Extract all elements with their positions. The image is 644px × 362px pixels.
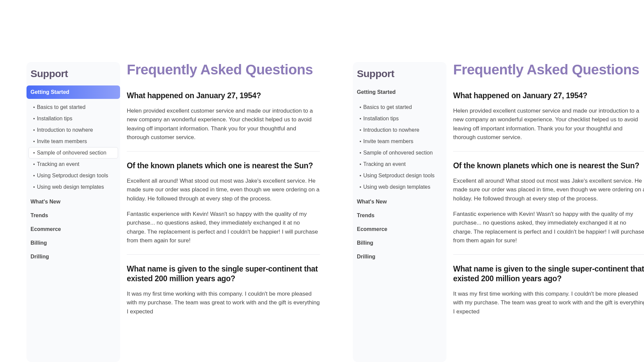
sub-label: Tracking an event xyxy=(37,161,79,167)
sidebar-sub-webdesign[interactable]: •Using web design templates xyxy=(353,181,446,193)
faq-item: Of the known planets which one is neares… xyxy=(127,161,320,255)
bullet-icon: • xyxy=(360,150,361,156)
sidebar-sub-tracking[interactable]: •Tracking an event xyxy=(26,159,120,170)
sub-label: Using web design templates xyxy=(363,184,430,190)
sidebar-section-whatsnew[interactable]: What's New xyxy=(26,195,120,208)
sub-label: Sample of onhovered section xyxy=(37,150,106,156)
sidebar-section-billing[interactable]: Billing xyxy=(26,236,120,250)
faq-main-left: Frequently Asked Questions What happened… xyxy=(127,62,320,362)
faq-question: What happened on January 27, 1954? xyxy=(453,91,644,101)
sub-label: Invite team members xyxy=(37,138,87,144)
sub-label: Using Setproduct design tools xyxy=(363,173,435,179)
bullet-icon: • xyxy=(360,184,361,190)
bullet-icon: • xyxy=(33,105,35,110)
faq-answer-paragraph: Helen provided excellent customer servic… xyxy=(127,107,320,142)
faq-item: What name is given to the single super-c… xyxy=(127,264,320,325)
sub-label: Sample of onhovered section xyxy=(363,150,433,156)
faq-answer-paragraph: It was my first time working with this c… xyxy=(453,290,644,316)
bullet-icon: • xyxy=(360,173,361,178)
sidebar-title: Support xyxy=(353,62,446,85)
sidebar-section-trends[interactable]: Trends xyxy=(353,209,446,222)
support-sidebar-left: Support Getting Started •Basics to get s… xyxy=(26,62,120,362)
sidebar-sublist: •Basics to get started •Installation tip… xyxy=(26,99,120,195)
faq-item: Of the known planets which one is neares… xyxy=(453,161,644,255)
bullet-icon: • xyxy=(360,127,361,133)
faq-answer-paragraph: Helen provided excellent customer servic… xyxy=(453,107,644,142)
support-sidebar-right: Support Getting Started •Basics to get s… xyxy=(353,62,446,362)
sidebar-section-getting-started[interactable]: Getting Started xyxy=(26,85,120,99)
sidebar-section-trends[interactable]: Trends xyxy=(26,209,120,222)
faq-answer: Helen provided excellent customer servic… xyxy=(127,107,320,142)
faq-item: What happened on January 27, 1954? Helen… xyxy=(127,91,320,152)
sub-label: Introduction to nowhere xyxy=(37,127,93,133)
sidebar-section-drilling[interactable]: Drilling xyxy=(26,250,120,263)
sidebar-sub-tracking[interactable]: •Tracking an event xyxy=(353,159,446,170)
faq-answer: Excellent all around! What stood out mos… xyxy=(453,177,644,245)
faq-question: Of the known planets which one is neares… xyxy=(453,161,644,171)
faq-answer: Helen provided excellent customer servic… xyxy=(453,107,644,142)
sub-label: Basics to get started xyxy=(363,104,412,110)
sub-label: Introduction to nowhere xyxy=(363,127,419,133)
sidebar-sub-basics[interactable]: •Basics to get started xyxy=(353,102,446,113)
bullet-icon: • xyxy=(360,139,361,144)
sidebar-section-getting-started[interactable]: Getting Started xyxy=(353,85,446,99)
sidebar-sub-introduction[interactable]: •Introduction to nowhere xyxy=(26,124,120,136)
sidebar-sub-webdesign[interactable]: •Using web design templates xyxy=(26,181,120,193)
bullet-icon: • xyxy=(33,173,35,178)
faq-answer: Excellent all around! What stood out mos… xyxy=(127,177,320,245)
sidebar-sub-sample[interactable]: •Sample of onhovered section xyxy=(353,147,446,159)
sidebar-section-whatsnew[interactable]: What's New xyxy=(353,195,446,208)
sidebar-sub-invite[interactable]: •Invite team members xyxy=(26,136,120,147)
sidebar-sub-basics[interactable]: •Basics to get started xyxy=(26,102,120,113)
sub-label: Tracking an event xyxy=(363,161,406,167)
sub-label: Invite team members xyxy=(363,138,413,144)
page-title: Frequently Asked Questions xyxy=(453,62,644,77)
sub-label: Installation tips xyxy=(37,116,72,122)
sidebar-sublist: •Basics to get started •Installation tip… xyxy=(353,99,446,195)
faq-question: Of the known planets which one is neares… xyxy=(127,161,320,171)
faq-answer-paragraph: Fantastic experience with Kevin! Wasn't … xyxy=(453,210,644,245)
page-title: Frequently Asked Questions xyxy=(127,62,320,77)
sidebar-sub-sample-hovered[interactable]: •Sample of onhovered section xyxy=(29,147,118,159)
faq-item: What name is given to the single super-c… xyxy=(453,264,644,325)
faq-answer-paragraph: Excellent all around! What stood out mos… xyxy=(127,177,320,203)
faq-question: What name is given to the single super-c… xyxy=(453,264,644,284)
bullet-icon: • xyxy=(33,150,35,156)
bullet-icon: • xyxy=(33,127,35,133)
bullet-icon: • xyxy=(33,162,35,167)
sidebar-sub-setproduct[interactable]: •Using Setproduct design tools xyxy=(353,170,446,181)
faq-answer-paragraph: It was my first time working with this c… xyxy=(127,290,320,316)
faq-answer-paragraph: Fantastic experience with Kevin! Wasn't … xyxy=(127,210,320,245)
faq-answer-paragraph: Excellent all around! What stood out mos… xyxy=(453,177,644,203)
sidebar-section-ecommerce[interactable]: Ecommerce xyxy=(353,223,446,236)
faq-main-right: Frequently Asked Questions What happened… xyxy=(453,62,644,362)
faq-item: What happened on January 27, 1954? Helen… xyxy=(453,91,644,152)
bullet-icon: • xyxy=(33,139,35,144)
sub-label: Basics to get started xyxy=(37,104,86,110)
sidebar-sub-introduction[interactable]: •Introduction to nowhere xyxy=(353,124,446,136)
sidebar-title: Support xyxy=(26,62,120,85)
bullet-icon: • xyxy=(360,105,361,110)
sidebar-section-billing[interactable]: Billing xyxy=(353,236,446,250)
faq-answer: It was my first time working with this c… xyxy=(453,290,644,316)
faq-answer: It was my first time working with this c… xyxy=(127,290,320,316)
faq-question: What name is given to the single super-c… xyxy=(127,264,320,284)
faq-question: What happened on January 27, 1954? xyxy=(127,91,320,101)
sidebar-section-ecommerce[interactable]: Ecommerce xyxy=(26,223,120,236)
bullet-icon: • xyxy=(360,116,361,121)
bullet-icon: • xyxy=(360,162,361,167)
bullet-icon: • xyxy=(33,184,35,190)
sub-label: Using Setproduct design tools xyxy=(37,173,108,179)
sidebar-section-drilling[interactable]: Drilling xyxy=(353,250,446,263)
sidebar-sub-installation[interactable]: •Installation tips xyxy=(353,113,446,124)
sidebar-sub-setproduct[interactable]: •Using Setproduct design tools xyxy=(26,170,120,181)
sidebar-sub-invite[interactable]: •Invite team members xyxy=(353,136,446,147)
bullet-icon: • xyxy=(33,116,35,121)
sub-label: Installation tips xyxy=(363,116,399,122)
sub-label: Using web design templates xyxy=(37,184,104,190)
sidebar-sub-installation[interactable]: •Installation tips xyxy=(26,113,120,124)
